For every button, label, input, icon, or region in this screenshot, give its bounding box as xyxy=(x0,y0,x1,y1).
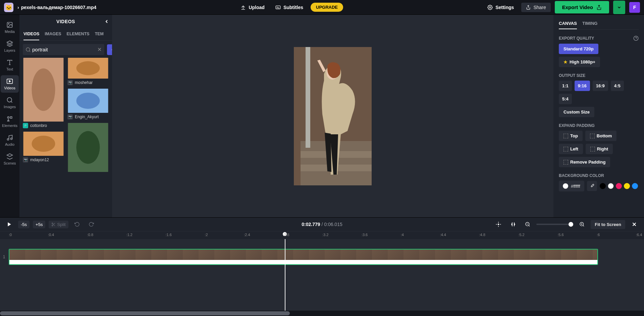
color-swatch[interactable] xyxy=(608,183,614,189)
upload-button[interactable]: Upload xyxy=(237,3,268,12)
export-dropdown-button[interactable] xyxy=(613,1,625,14)
clip-frame xyxy=(199,250,214,260)
ruler-tick: :2 xyxy=(205,233,208,237)
play-button[interactable] xyxy=(4,220,15,228)
color-picker-button[interactable] xyxy=(587,181,597,191)
app-logo[interactable]: 🐱 xyxy=(4,3,13,12)
scrollbar-thumb[interactable] xyxy=(0,311,290,315)
color-swatch[interactable] xyxy=(632,183,638,189)
clip-frame xyxy=(9,250,25,260)
horizontal-scrollbar[interactable] xyxy=(0,311,644,316)
media-tab-elements[interactable]: ELEMENTS xyxy=(67,28,90,40)
color-swatch[interactable] xyxy=(600,183,606,189)
color-swatch[interactable] xyxy=(616,183,622,189)
share-button[interactable]: Share xyxy=(521,3,550,12)
timeline-time: 0:02.779 / 0:06.015 xyxy=(302,222,342,227)
nav-label: Videos xyxy=(4,86,15,90)
share-label: Share xyxy=(533,5,546,10)
clip-frame xyxy=(356,250,372,260)
svg-marker-18 xyxy=(7,154,13,156)
custom-size-button[interactable]: Custom Size xyxy=(559,107,594,117)
collapse-panel-button[interactable] xyxy=(104,19,109,24)
clip-frame xyxy=(467,250,482,260)
nav-item-videos[interactable]: Videos xyxy=(1,75,19,93)
ratio-16-9-button[interactable]: 16:9 xyxy=(593,81,608,91)
trim-button[interactable] xyxy=(507,220,519,229)
properties-tab-canvas[interactable]: CANVAS xyxy=(559,18,577,29)
svg-point-26 xyxy=(76,61,100,75)
zoom-in-button[interactable] xyxy=(577,220,587,228)
snap-button[interactable] xyxy=(493,220,504,229)
svg-line-12 xyxy=(11,101,12,103)
quality-high-button[interactable]: ★ High 1080p+ xyxy=(559,57,600,67)
clear-search-button[interactable]: ✕ xyxy=(97,46,102,53)
video-preview[interactable] xyxy=(294,47,372,185)
color-swatch[interactable] xyxy=(624,183,630,189)
nav-item-media[interactable]: Media xyxy=(1,19,19,36)
timeline-tracks[interactable]: 1 xyxy=(0,239,644,311)
redo-button[interactable] xyxy=(86,220,97,228)
video-thumbnail[interactable]: 📷moshehar xyxy=(67,58,109,85)
video-thumbnail[interactable]: Pcottonbro xyxy=(23,58,64,128)
upgrade-button[interactable]: UPGRADE xyxy=(311,3,343,12)
project-filename: pexels-вальдемар-10026607.mp4 xyxy=(21,5,97,10)
ratio-1-1-button[interactable]: 1:1 xyxy=(559,81,572,91)
media-tab-tem[interactable]: TEM xyxy=(95,28,104,40)
pad-left-button[interactable]: Left xyxy=(559,144,583,154)
canvas-preview-area[interactable] xyxy=(112,15,553,217)
nav-item-images[interactable]: Images xyxy=(1,94,19,111)
video-thumbnail[interactable]: 📷Engin_Akyurt xyxy=(67,89,109,120)
nav-label: Images xyxy=(4,105,16,109)
media-tab-videos[interactable]: VIDEOS xyxy=(23,28,39,40)
pad-right-button[interactable]: Right xyxy=(586,144,613,154)
clip-frame xyxy=(293,250,309,260)
video-clip[interactable] xyxy=(9,249,598,265)
clip-frame xyxy=(577,250,593,260)
help-icon[interactable] xyxy=(633,36,639,41)
pad-icon xyxy=(564,134,568,138)
nav-item-text[interactable]: Text xyxy=(1,56,19,74)
zoom-slider[interactable] xyxy=(536,224,573,225)
pad-bottom-button[interactable]: Bottom xyxy=(585,131,617,141)
properties-tab-timing[interactable]: TIMING xyxy=(582,18,598,29)
remove-padding-button[interactable]: Remove Padding xyxy=(559,157,610,167)
nav-item-scenes[interactable]: Scenes xyxy=(1,150,19,168)
zoom-handle[interactable] xyxy=(569,222,573,227)
panel-title: VIDEOS xyxy=(19,15,112,28)
video-thumbnail[interactable]: 📷mdayon12 xyxy=(23,132,64,163)
settings-button[interactable]: Settings xyxy=(484,3,517,12)
clip-waveform xyxy=(9,260,597,264)
nav-item-elements[interactable]: Elements xyxy=(1,113,19,130)
forward-5s-button[interactable]: +5s xyxy=(33,221,45,228)
export-video-button[interactable]: Export Video xyxy=(555,1,609,13)
undo-button[interactable] xyxy=(72,220,83,228)
nav-item-layers[interactable]: Layers xyxy=(1,38,19,55)
back-5s-button[interactable]: -5s xyxy=(18,221,30,228)
playhead[interactable] xyxy=(285,239,285,311)
timeline-ruler[interactable]: :0:0.4:0.8:1.2:1.6:2:2.4:2.8:3.2:3.6:4:4… xyxy=(0,231,644,239)
zoom-out-button[interactable] xyxy=(522,220,533,228)
properties-panel: CANVASTIMING EXPORT QUALITY Standard 720… xyxy=(553,15,644,217)
nav-item-audio[interactable]: Audio xyxy=(1,132,19,149)
search-row: ✕ Go xyxy=(19,41,112,58)
thumbnail-author: 📷Engin_Akyurt xyxy=(67,114,109,120)
videos-panel: VIDEOS VIDEOSIMAGESELEMENTSTEM ✕ Go Pcot… xyxy=(19,15,112,217)
breadcrumb[interactable]: › pexels-вальдемар-10026607.mp4 xyxy=(17,5,96,10)
video-thumbnail[interactable] xyxy=(67,123,109,172)
quality-standard-button[interactable]: Standard 720p xyxy=(559,44,598,54)
bg-color-input[interactable]: #ffffff xyxy=(559,181,584,191)
media-icon xyxy=(6,21,13,28)
search-input[interactable] xyxy=(31,44,97,55)
fit-to-screen-button[interactable]: Fit to Screen xyxy=(591,220,625,229)
media-tab-images[interactable]: IMAGES xyxy=(45,28,61,40)
ratio-5-4-button[interactable]: 5:4 xyxy=(559,94,572,104)
split-button[interactable]: Split xyxy=(49,221,68,228)
ratio-9-16-button[interactable]: 9:16 xyxy=(575,81,590,91)
user-avatar[interactable]: F xyxy=(629,2,640,13)
close-timeline-button[interactable] xyxy=(629,220,640,229)
ruler-tick: :0.8 xyxy=(87,233,93,237)
ratio-4-5-button[interactable]: 4:5 xyxy=(611,81,624,91)
clip-frame xyxy=(41,250,57,260)
subtitles-button[interactable]: Subtitles xyxy=(272,3,307,12)
pad-top-button[interactable]: Top xyxy=(559,131,583,141)
